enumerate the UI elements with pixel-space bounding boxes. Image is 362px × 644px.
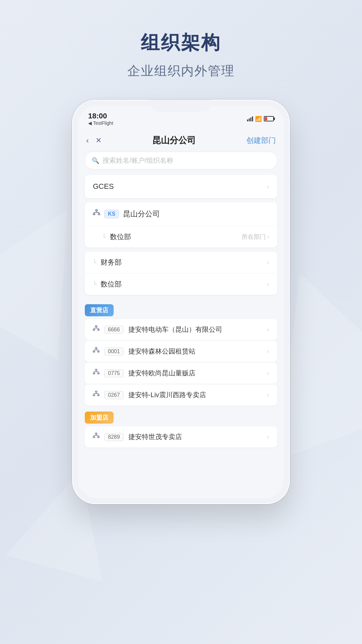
close-button[interactable]: ✕ (96, 136, 102, 145)
company-code-0: 6666 (104, 326, 124, 334)
svg-rect-25 (93, 373, 95, 374)
signal-bar-2 (249, 118, 250, 121)
company-left-1: 0001 捷安特森林公园租赁站 (93, 347, 195, 356)
org-badge: KS (104, 210, 119, 218)
svg-rect-2 (98, 214, 100, 215)
phone-mockup: 18:00 ◀ TestFlight 📶 (72, 100, 290, 504)
franchise-store-item-0[interactable]: 8289 捷安特世茂专卖店 › (85, 426, 277, 447)
battery-icon (264, 116, 274, 121)
company-org-icon-0 (93, 325, 100, 334)
dept-section-extra: └ 财务部 › └ 数位部 › (85, 252, 277, 295)
svg-rect-42 (98, 437, 99, 438)
company-chevron-icon-2: › (267, 370, 269, 377)
page-header: 组织架构 企业组织内外管理 (0, 0, 362, 79)
direct-store-item-2[interactable]: 0775 捷安特欧尚昆山量贩店 › (85, 363, 277, 384)
company-chevron-icon-0: › (267, 326, 269, 333)
svg-rect-17 (93, 351, 95, 352)
signal-bars (247, 116, 253, 121)
phone-inner: 18:00 ◀ TestFlight 📶 (78, 106, 284, 498)
page-subtitle: 企业组织内外管理 (0, 62, 362, 79)
signal-bar-4 (252, 116, 253, 121)
company-code-2: 0775 (104, 369, 124, 377)
franchise-chevron-icon-0: › (267, 433, 269, 440)
company-name-1: 捷安特森林公园租赁站 (128, 347, 195, 356)
dept-item-2[interactable]: └ 数位部 › (85, 273, 277, 295)
direct-store-item-1[interactable]: 0001 捷安特森林公园租赁站 › (85, 341, 277, 362)
list-divider-1 (78, 249, 284, 252)
svg-rect-33 (93, 395, 95, 396)
company-org-icon-1 (93, 347, 100, 356)
svg-rect-10 (98, 329, 99, 330)
svg-rect-34 (98, 395, 99, 396)
nav-left: ‹ ✕ (86, 136, 102, 145)
svg-rect-9 (93, 329, 95, 330)
company-name-0: 捷安特电动车（昆山）有限公司 (128, 325, 222, 334)
company-chevron-icon-1: › (267, 348, 269, 355)
dept-corner-icon-2: └ (93, 281, 97, 288)
dept-name-1: 财务部 (101, 258, 122, 267)
franchise-name-0: 捷安特世茂专卖店 (128, 432, 182, 441)
dept-left-0: └ 数位部 (102, 232, 131, 241)
create-dept-button[interactable]: 创建部门 (246, 136, 276, 146)
svg-rect-41 (93, 437, 95, 438)
svg-rect-24 (96, 369, 97, 370)
dept-left-1: └ 财务部 (93, 258, 122, 267)
status-app: ◀ TestFlight (88, 120, 113, 126)
nav-center: 昆山分公司 (102, 135, 246, 146)
svg-rect-18 (98, 351, 99, 352)
company-left-2: 0775 捷安特欧尚昆山量贩店 (93, 369, 195, 378)
gces-chevron-icon: › (267, 183, 269, 190)
franchise-badge: 加盟店 (85, 412, 114, 424)
dept-corner-icon-1: └ (93, 259, 97, 266)
dept-corner-icon-0: └ (102, 233, 106, 240)
org-section: KS 昆山分公司 └ 数位部 所在部门 › (85, 202, 277, 248)
app-content: ‹ ✕ 昆山分公司 创建部门 🔍 搜索姓名/账户/组织名称 GCES › (78, 129, 284, 498)
dept-left-2: └ 数位部 (93, 279, 122, 289)
company-org-icon-3 (93, 391, 100, 399)
dept-chevron-icon-2: › (267, 281, 269, 288)
franchise-code-0: 8289 (104, 433, 124, 441)
svg-rect-1 (93, 214, 95, 215)
company-org-icon-2 (93, 369, 100, 377)
company-left-0: 6666 捷安特电动车（昆山）有限公司 (93, 325, 222, 334)
org-name: 昆山分公司 (123, 209, 160, 219)
direct-stores-list: 6666 捷安特电动车（昆山）有限公司 › (78, 319, 284, 406)
company-left-3: 0267 捷安特-Liv震川西路专卖店 (93, 390, 206, 399)
search-icon: 🔍 (92, 157, 99, 164)
gces-item[interactable]: GCES › (85, 175, 277, 198)
dept-chevron-icon-1: › (267, 259, 269, 266)
org-header: KS 昆山分公司 (85, 202, 277, 226)
dept-item-1[interactable]: └ 财务部 › (85, 252, 277, 273)
svg-rect-0 (96, 210, 98, 211)
gces-label: GCES (93, 182, 114, 191)
franchise-left-0: 8289 捷安特世茂专卖店 (93, 432, 182, 441)
dept-name-0: 数位部 (110, 232, 131, 241)
dept-right-0: 所在部门 › (242, 233, 269, 241)
company-chevron-icon-3: › (267, 391, 269, 398)
franchise-org-icon-0 (93, 433, 100, 441)
status-right: 📶 (247, 116, 274, 122)
svg-rect-40 (96, 433, 97, 434)
direct-store-item-0[interactable]: 6666 捷安特电动车（昆山）有限公司 › (85, 319, 277, 340)
battery-fill (265, 117, 267, 120)
status-time: 18:00 (88, 112, 113, 120)
nav-bar: ‹ ✕ 昆山分公司 创建部门 (78, 129, 284, 152)
dept-item-0[interactable]: └ 数位部 所在部门 › (85, 226, 277, 248)
wifi-icon: 📶 (255, 116, 262, 122)
phone-notch (151, 100, 211, 112)
svg-rect-32 (96, 391, 97, 392)
page-title: 组织架构 (0, 30, 362, 56)
dept-name-2: 数位部 (101, 279, 122, 289)
svg-rect-16 (96, 347, 97, 348)
dept-tag-0: 所在部门 (242, 233, 266, 241)
search-bar[interactable]: 🔍 搜索姓名/账户/组织名称 (85, 152, 277, 169)
status-left: 18:00 ◀ TestFlight (88, 112, 113, 126)
franchise-stores-list: 8289 捷安特世茂专卖店 › (78, 426, 284, 447)
svg-rect-8 (96, 326, 97, 327)
signal-bar-3 (250, 117, 251, 121)
direct-store-item-3[interactable]: 0267 捷安特-Liv震川西路专卖店 › (85, 384, 277, 406)
signal-bar-1 (247, 119, 248, 121)
back-button[interactable]: ‹ (86, 136, 89, 145)
company-code-1: 0001 (104, 347, 124, 356)
company-name-3: 捷安特-Liv震川西路专卖店 (128, 390, 206, 399)
